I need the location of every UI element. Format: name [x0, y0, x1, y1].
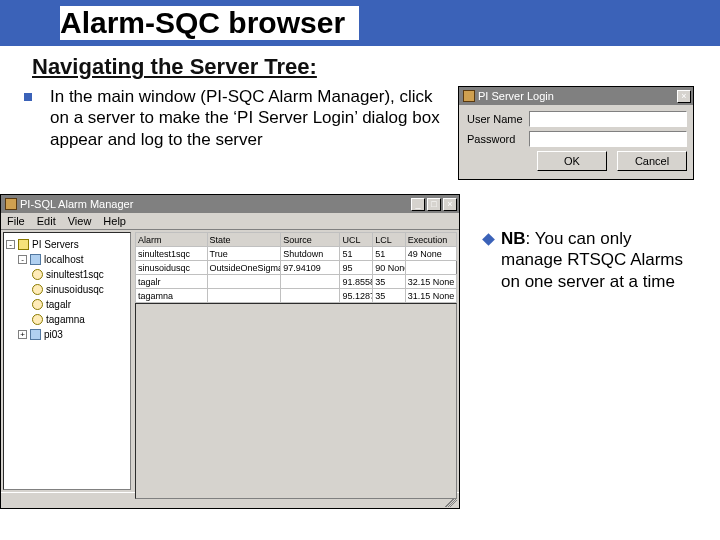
- table-cell: 35: [373, 289, 406, 303]
- pi-server-login-dialog: PI Server Login × User Name Password OK …: [458, 86, 694, 180]
- tree-leaf-label: sinultest1sqc: [46, 269, 104, 280]
- col-lcl[interactable]: LCL: [373, 233, 406, 247]
- table-row[interactable]: sinusoidusqcOutsideOneSigma97.941099590 …: [136, 261, 457, 275]
- table-cell: 51: [340, 247, 373, 261]
- tree-leaf-label: sinusoidusqc: [46, 284, 104, 295]
- col-ucl[interactable]: UCL: [340, 233, 373, 247]
- maximize-icon[interactable]: □: [427, 198, 441, 211]
- table-cell: [207, 275, 281, 289]
- tree-node-label: localhost: [44, 254, 83, 265]
- minimize-icon[interactable]: _: [411, 198, 425, 211]
- table-row[interactable]: sinultest1sqcTrueShutdown515149 None: [136, 247, 457, 261]
- tree-leaf[interactable]: sinultest1sqc: [6, 267, 128, 282]
- table-row[interactable]: tagamna95.128763531.15 None: [136, 289, 457, 303]
- table-cell: tagamna: [136, 289, 208, 303]
- expand-icon[interactable]: +: [18, 330, 27, 339]
- collapse-icon[interactable]: -: [6, 240, 15, 249]
- cancel-button[interactable]: Cancel: [617, 151, 687, 171]
- server-icon: [30, 254, 41, 265]
- col-exec[interactable]: Execution: [405, 233, 456, 247]
- ok-button[interactable]: OK: [537, 151, 607, 171]
- col-source[interactable]: Source: [281, 233, 340, 247]
- login-title: PI Server Login: [478, 90, 554, 102]
- table-cell: tagalr: [136, 275, 208, 289]
- title-banner: Alarm-SQC browser: [0, 0, 720, 46]
- grid-header-row: Alarm State Source UCL LCL Execution: [136, 233, 457, 247]
- tree-root-label: PI Servers: [32, 239, 79, 250]
- tree-leaf[interactable]: tagalr: [6, 297, 128, 312]
- menu-bar: File Edit View Help: [1, 213, 459, 230]
- mgr-title: PI-SQL Alarm Manager: [20, 198, 133, 210]
- menu-edit[interactable]: Edit: [37, 215, 56, 227]
- table-cell: 95: [340, 261, 373, 275]
- close-icon[interactable]: ×: [443, 198, 457, 211]
- mgr-titlebar[interactable]: PI-SQL Alarm Manager _ □ ×: [1, 195, 459, 213]
- tree-leaf[interactable]: sinusoidusqc: [6, 282, 128, 297]
- body-text-1: In the main window (PI-SQC Alarm Manager…: [50, 86, 440, 150]
- nb-label: NB: [501, 229, 526, 248]
- password-label: Password: [467, 133, 525, 145]
- tree-node-localhost[interactable]: - localhost: [6, 252, 128, 267]
- tree-leaf-label: tagamna: [46, 314, 85, 325]
- table-cell: 91.8558: [340, 275, 373, 289]
- table-cell: 32.15 None: [405, 275, 456, 289]
- table-row[interactable]: tagalr91.85583532.15 None: [136, 275, 457, 289]
- tree-leaf-label: tagalr: [46, 299, 71, 310]
- table-cell: Shutdown: [281, 247, 340, 261]
- table-cell: 97.94109: [281, 261, 340, 275]
- diamond-bullet-icon: [482, 233, 495, 246]
- app-icon: [463, 90, 475, 102]
- table-cell: 49 None: [405, 247, 456, 261]
- tree-root[interactable]: - PI Servers: [6, 237, 128, 252]
- tree-leaf[interactable]: tagamna: [6, 312, 128, 327]
- table-cell: OutsideOneSigma: [207, 261, 281, 275]
- table-cell: 95.12876: [340, 289, 373, 303]
- table-cell: True: [207, 247, 281, 261]
- tag-icon: [32, 269, 43, 280]
- table-cell: sinusoidusqc: [136, 261, 208, 275]
- bullet-icon: [24, 93, 32, 101]
- login-titlebar[interactable]: PI Server Login ×: [459, 87, 693, 105]
- app-icon: [5, 198, 17, 210]
- col-state[interactable]: State: [207, 233, 281, 247]
- alarm-grid[interactable]: Alarm State Source UCL LCL Execution sin…: [135, 232, 457, 303]
- menu-help[interactable]: Help: [103, 215, 126, 227]
- username-label: User Name: [467, 113, 525, 125]
- close-icon[interactable]: ×: [677, 90, 691, 103]
- table-cell: 90 None: [373, 261, 406, 275]
- tree-node-label: pi03: [44, 329, 63, 340]
- tag-icon: [32, 314, 43, 325]
- menu-file[interactable]: File: [7, 215, 25, 227]
- table-cell: [207, 289, 281, 303]
- table-cell: sinultest1sqc: [136, 247, 208, 261]
- page-title: Alarm-SQC browser: [60, 6, 351, 39]
- table-cell: 31.15 None: [405, 289, 456, 303]
- table-cell: [281, 289, 340, 303]
- section-subtitle: Navigating the Server Tree:: [32, 54, 720, 80]
- table-cell: 51: [373, 247, 406, 261]
- tag-icon: [32, 299, 43, 310]
- table-cell: 35: [373, 275, 406, 289]
- username-field[interactable]: [529, 111, 687, 127]
- menu-view[interactable]: View: [68, 215, 92, 227]
- collapse-icon[interactable]: -: [18, 255, 27, 264]
- nb-text: : You can only manage RTSQC Alarms on on…: [501, 229, 683, 291]
- folder-icon: [18, 239, 29, 250]
- nb-note: NB: You can only manage RTSQC Alarms on …: [501, 228, 694, 292]
- server-icon: [30, 329, 41, 340]
- grid-empty-area: [135, 303, 457, 499]
- tree-node-pi03[interactable]: + pi03: [6, 327, 128, 342]
- col-alarm[interactable]: Alarm: [136, 233, 208, 247]
- tag-icon: [32, 284, 43, 295]
- alarm-manager-window: PI-SQL Alarm Manager _ □ × File Edit Vie…: [0, 194, 460, 509]
- server-tree[interactable]: - PI Servers - localhost sinultest1sqc s…: [3, 232, 131, 490]
- table-cell: [281, 275, 340, 289]
- password-field[interactable]: [529, 131, 687, 147]
